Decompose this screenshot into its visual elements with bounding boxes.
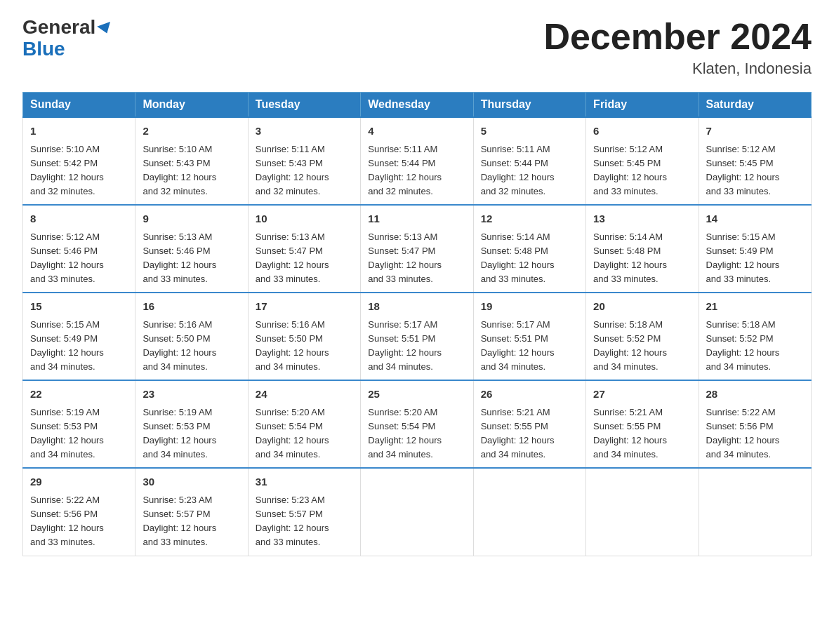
calendar-cell: 20 Sunrise: 5:18 AMSunset: 5:52 PMDaylig…: [586, 293, 699, 380]
calendar-cell: 3 Sunrise: 5:11 AMSunset: 5:43 PMDayligh…: [248, 117, 360, 205]
logo-triangle-icon: [97, 22, 114, 36]
calendar-cell: 22 Sunrise: 5:19 AMSunset: 5:53 PMDaylig…: [23, 380, 135, 468]
calendar-cell: 31 Sunrise: 5:23 AMSunset: 5:57 PMDaylig…: [248, 468, 360, 556]
day-header-saturday: Saturday: [699, 93, 811, 118]
calendar-cell: 29 Sunrise: 5:22 AMSunset: 5:56 PMDaylig…: [23, 468, 135, 556]
calendar-header-row: SundayMondayTuesdayWednesdayThursdayFrid…: [23, 93, 812, 118]
calendar-cell: [699, 468, 811, 556]
day-info: Sunrise: 5:11 AMSunset: 5:43 PMDaylight:…: [256, 144, 329, 196]
day-info: Sunrise: 5:13 AMSunset: 5:46 PMDaylight:…: [143, 232, 216, 284]
day-header-sunday: Sunday: [23, 93, 135, 118]
day-number: 20: [593, 299, 691, 315]
calendar-cell: 8 Sunrise: 5:12 AMSunset: 5:46 PMDayligh…: [23, 205, 135, 293]
calendar-cell: 13 Sunrise: 5:14 AMSunset: 5:48 PMDaylig…: [586, 205, 699, 293]
day-info: Sunrise: 5:16 AMSunset: 5:50 PMDaylight:…: [143, 319, 216, 372]
day-number: 16: [143, 299, 240, 315]
day-info: Sunrise: 5:15 AMSunset: 5:49 PMDaylight:…: [706, 232, 780, 284]
day-header-tuesday: Tuesday: [248, 93, 360, 118]
day-info: Sunrise: 5:18 AMSunset: 5:52 PMDaylight:…: [593, 319, 667, 372]
calendar-cell: 10 Sunrise: 5:13 AMSunset: 5:47 PMDaylig…: [248, 205, 360, 293]
day-header-friday: Friday: [586, 93, 699, 118]
calendar-week-row: 15 Sunrise: 5:15 AMSunset: 5:49 PMDaylig…: [23, 293, 812, 380]
logo: General Blue: [22, 17, 112, 60]
calendar-cell: 7 Sunrise: 5:12 AMSunset: 5:45 PMDayligh…: [699, 117, 811, 205]
day-info: Sunrise: 5:11 AMSunset: 5:44 PMDaylight:…: [368, 144, 442, 196]
day-number: 17: [256, 299, 353, 315]
day-info: Sunrise: 5:10 AMSunset: 5:43 PMDaylight:…: [143, 144, 216, 196]
day-number: 13: [593, 211, 691, 227]
day-number: 4: [368, 123, 465, 140]
day-info: Sunrise: 5:14 AMSunset: 5:48 PMDaylight:…: [481, 232, 555, 284]
calendar-cell: 28 Sunrise: 5:22 AMSunset: 5:56 PMDaylig…: [699, 380, 811, 468]
calendar-cell: 18 Sunrise: 5:17 AMSunset: 5:51 PMDaylig…: [361, 293, 473, 380]
day-info: Sunrise: 5:10 AMSunset: 5:42 PMDaylight:…: [30, 144, 104, 196]
calendar-cell: 19 Sunrise: 5:17 AMSunset: 5:51 PMDaylig…: [473, 293, 585, 380]
day-number: 5: [481, 123, 578, 140]
day-info: Sunrise: 5:18 AMSunset: 5:52 PMDaylight:…: [706, 319, 780, 372]
day-number: 21: [706, 299, 804, 315]
day-info: Sunrise: 5:16 AMSunset: 5:50 PMDaylight:…: [256, 319, 329, 372]
day-number: 29: [30, 474, 128, 490]
day-info: Sunrise: 5:23 AMSunset: 5:57 PMDaylight:…: [143, 495, 216, 547]
day-number: 2: [143, 123, 240, 140]
day-info: Sunrise: 5:22 AMSunset: 5:56 PMDaylight:…: [706, 407, 780, 459]
calendar-cell: 5 Sunrise: 5:11 AMSunset: 5:44 PMDayligh…: [473, 117, 585, 205]
day-header-wednesday: Wednesday: [361, 93, 473, 118]
day-info: Sunrise: 5:14 AMSunset: 5:48 PMDaylight:…: [593, 232, 667, 284]
day-info: Sunrise: 5:17 AMSunset: 5:51 PMDaylight:…: [481, 319, 555, 372]
calendar-cell: [361, 468, 473, 556]
logo-blue-text: Blue: [22, 39, 65, 60]
day-number: 19: [481, 299, 578, 315]
day-info: Sunrise: 5:13 AMSunset: 5:47 PMDaylight:…: [256, 232, 329, 284]
day-number: 1: [30, 123, 128, 140]
day-info: Sunrise: 5:12 AMSunset: 5:45 PMDaylight:…: [706, 144, 780, 196]
calendar-cell: [586, 468, 699, 556]
calendar-table: SundayMondayTuesdayWednesdayThursdayFrid…: [22, 92, 812, 556]
day-info: Sunrise: 5:20 AMSunset: 5:54 PMDaylight:…: [256, 407, 329, 459]
day-info: Sunrise: 5:21 AMSunset: 5:55 PMDaylight:…: [481, 407, 555, 459]
calendar-cell: 14 Sunrise: 5:15 AMSunset: 5:49 PMDaylig…: [699, 205, 811, 293]
day-info: Sunrise: 5:17 AMSunset: 5:51 PMDaylight:…: [368, 319, 442, 372]
header-right: December 2024 Klaten, Indonesia: [543, 17, 812, 78]
calendar-cell: 25 Sunrise: 5:20 AMSunset: 5:54 PMDaylig…: [361, 380, 473, 468]
calendar-week-row: 29 Sunrise: 5:22 AMSunset: 5:56 PMDaylig…: [23, 468, 812, 556]
calendar-week-row: 22 Sunrise: 5:19 AMSunset: 5:53 PMDaylig…: [23, 380, 812, 468]
day-number: 12: [481, 211, 578, 227]
day-info: Sunrise: 5:13 AMSunset: 5:47 PMDaylight:…: [368, 232, 442, 284]
calendar-cell: 11 Sunrise: 5:13 AMSunset: 5:47 PMDaylig…: [361, 205, 473, 293]
calendar-cell: 17 Sunrise: 5:16 AMSunset: 5:50 PMDaylig…: [248, 293, 360, 380]
page-header: General Blue December 2024 Klaten, Indon…: [22, 17, 812, 78]
day-number: 31: [256, 474, 353, 490]
logo-general-text: General: [22, 16, 95, 38]
day-number: 8: [30, 211, 128, 227]
day-info: Sunrise: 5:11 AMSunset: 5:44 PMDaylight:…: [481, 144, 555, 196]
day-info: Sunrise: 5:21 AMSunset: 5:55 PMDaylight:…: [593, 407, 667, 459]
day-number: 10: [256, 211, 353, 227]
day-number: 15: [30, 299, 128, 315]
day-number: 24: [256, 387, 353, 403]
day-header-monday: Monday: [135, 93, 248, 118]
calendar-cell: 26 Sunrise: 5:21 AMSunset: 5:55 PMDaylig…: [473, 380, 585, 468]
calendar-cell: 27 Sunrise: 5:21 AMSunset: 5:55 PMDaylig…: [586, 380, 699, 468]
calendar-cell: 4 Sunrise: 5:11 AMSunset: 5:44 PMDayligh…: [361, 117, 473, 205]
day-number: 18: [368, 299, 465, 315]
calendar-cell: 9 Sunrise: 5:13 AMSunset: 5:46 PMDayligh…: [135, 205, 248, 293]
day-info: Sunrise: 5:19 AMSunset: 5:53 PMDaylight:…: [30, 407, 104, 459]
calendar-cell: 16 Sunrise: 5:16 AMSunset: 5:50 PMDaylig…: [135, 293, 248, 380]
day-number: 28: [706, 387, 804, 403]
calendar-cell: 23 Sunrise: 5:19 AMSunset: 5:53 PMDaylig…: [135, 380, 248, 468]
calendar-cell: 30 Sunrise: 5:23 AMSunset: 5:57 PMDaylig…: [135, 468, 248, 556]
day-info: Sunrise: 5:12 AMSunset: 5:46 PMDaylight:…: [30, 232, 104, 284]
day-info: Sunrise: 5:20 AMSunset: 5:54 PMDaylight:…: [368, 407, 442, 459]
day-number: 11: [368, 211, 465, 227]
day-number: 3: [256, 123, 353, 140]
day-number: 9: [143, 211, 240, 227]
day-number: 26: [481, 387, 578, 403]
day-header-thursday: Thursday: [473, 93, 585, 118]
day-number: 7: [706, 123, 804, 140]
location: Klaten, Indonesia: [543, 60, 812, 78]
day-info: Sunrise: 5:23 AMSunset: 5:57 PMDaylight:…: [256, 495, 329, 547]
day-number: 14: [706, 211, 804, 227]
calendar-cell: 12 Sunrise: 5:14 AMSunset: 5:48 PMDaylig…: [473, 205, 585, 293]
day-info: Sunrise: 5:22 AMSunset: 5:56 PMDaylight:…: [30, 495, 104, 547]
